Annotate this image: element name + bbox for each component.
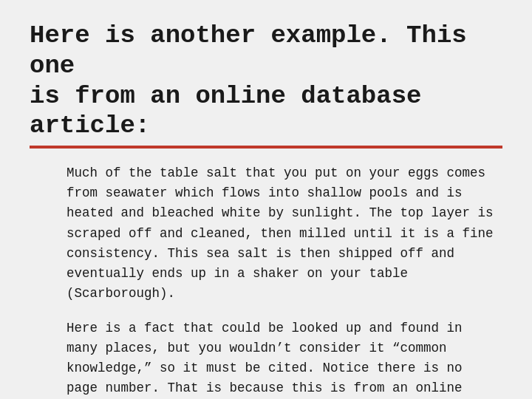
title-section: Here is another example. This one is fro… (30, 21, 502, 150)
title-divider (30, 146, 502, 149)
paragraph-2: Here is a fact that could be looked up a… (30, 318, 502, 399)
slide-title: Here is another example. This one is fro… (30, 21, 502, 141)
title-line1: Here is another example. This one (30, 21, 467, 80)
slide: Here is another example. This one is fro… (0, 0, 532, 399)
paragraph-1: Much of the table salt that you put on y… (30, 163, 502, 304)
content-area: Much of the table salt that you put on y… (30, 156, 502, 399)
title-line2: is from an online database article: (30, 82, 422, 140)
